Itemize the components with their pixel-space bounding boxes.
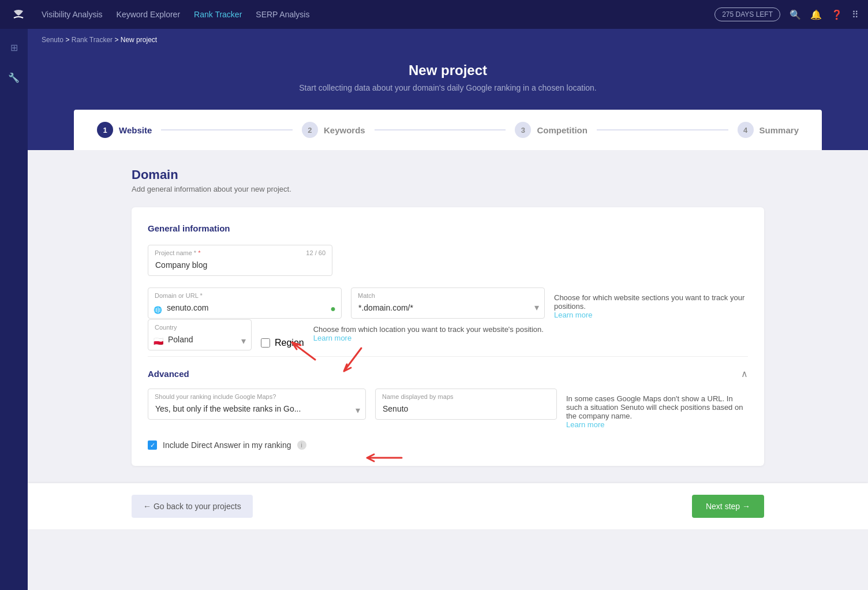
country-row: Country 🇵🇱 Poland ▾ Region [148, 319, 748, 350]
nav-keyword[interactable]: Keyword Explorer [117, 10, 181, 19]
next-step-button[interactable]: Next step → [692, 495, 764, 518]
step-line-2 [375, 129, 506, 130]
search-button[interactable]: 🔍 [790, 9, 801, 20]
step-1-label: Website [119, 125, 152, 135]
step-line-3 [597, 129, 728, 130]
step-line-1 [161, 129, 293, 130]
advanced-maps-row: Should your ranking include Google Maps?… [148, 389, 748, 429]
navbar-right: 275 DAYS LEFT 🔍 🔔 ❓ ⠿ [714, 8, 859, 21]
page-title: New project [28, 62, 868, 79]
country-section: Country 🇵🇱 Poland ▾ Region [148, 319, 748, 350]
step-1-number: 1 [97, 122, 113, 138]
domain-subtitle: Add general information about your new p… [132, 185, 764, 193]
nav-serp[interactable]: SERP Analysis [256, 10, 309, 19]
project-name-group: Project name * 12 / 60 [148, 245, 332, 276]
match-select[interactable]: *.domain.com/* domain.com *.domain.com d… [351, 287, 545, 319]
match-label: Match [358, 292, 375, 299]
breadcrumb-new-project: New project [121, 36, 157, 44]
steps-area: 1 Website 2 Keywords 3 Competition [28, 110, 868, 150]
country-group: Country 🇵🇱 Poland ▾ [148, 319, 252, 350]
region-checkbox[interactable] [261, 338, 270, 348]
logo [9, 5, 28, 24]
content-area: Domain Add general information about you… [28, 150, 868, 483]
maps-label: Should your ranking include Google Maps? [155, 393, 276, 400]
main-content: Senuto > Rank Tracker > New project New … [28, 29, 868, 590]
page-header: Senuto > Rank Tracker > New project New … [28, 29, 868, 150]
maps-name-group: Name displayed by maps [375, 389, 557, 420]
maps-hint: In some cases Google Maps don't show a U… [566, 389, 748, 429]
bottom-bar: ← Go back to your projects Next step → [28, 483, 868, 529]
step-4-label: Summary [760, 125, 799, 135]
country-arrow-icon: ▾ [241, 335, 246, 346]
breadcrumb: Senuto > Rank Tracker > New project [28, 29, 868, 51]
domain-label: Domain or URL * [155, 292, 203, 299]
page-title-section: New project Start collecting data about … [28, 51, 868, 110]
region-group: Region [261, 319, 304, 348]
back-button[interactable]: ← Go back to your projects [132, 495, 253, 518]
step-4[interactable]: 4 Summary [738, 122, 799, 138]
advanced-title: Advanced [148, 369, 189, 379]
sidebar-dashboard-icon[interactable]: ⊞ [5, 38, 23, 57]
direct-answer-info-icon[interactable]: i [297, 440, 306, 450]
days-left-badge: 275 DAYS LEFT [714, 8, 780, 21]
step-4-number: 4 [738, 122, 754, 138]
maps-group: Should your ranking include Google Maps?… [148, 389, 366, 420]
steps-bar: 1 Website 2 Keywords 3 Competition [74, 110, 822, 150]
match-hint: Choose for which website sections you wa… [554, 287, 748, 319]
domain-title: Domain [132, 167, 764, 182]
project-name-label: Project name * [155, 249, 201, 256]
general-info-title: General information [148, 223, 748, 233]
match-group: Match *.domain.com/* domain.com *.domain… [351, 287, 545, 319]
step-3-label: Competition [537, 125, 588, 135]
location-hint: Choose from which location you want to t… [313, 319, 748, 342]
domain-group: Domain or URL * 🌐 ● [148, 287, 342, 319]
advanced-content: Should your ranking include Google Maps?… [148, 389, 748, 450]
grid-button[interactable]: ⠿ [852, 9, 859, 20]
country-label: Country [155, 324, 177, 331]
domain-match-row: Domain or URL * 🌐 ● Match *.domain.com/*… [148, 287, 748, 319]
globe-icon: 🌐 [154, 306, 162, 314]
region-label: Region [275, 338, 304, 348]
direct-answer-section: Include Direct Answer in my ranking i [148, 440, 748, 450]
breadcrumb-senuto[interactable]: Senuto [42, 36, 63, 44]
direct-answer-label: Include Direct Answer in my ranking [163, 440, 291, 450]
sidebar-wrench-icon[interactable]: 🔧 [5, 68, 23, 87]
match-learn-more-link[interactable]: Learn more [554, 311, 592, 319]
nav-links: Visibility Analysis Keyword Explorer Ran… [42, 10, 701, 19]
step-1[interactable]: 1 Website [97, 122, 152, 138]
breadcrumb-rank-tracker[interactable]: Rank Tracker [72, 36, 113, 44]
location-learn-more-link[interactable]: Learn more [313, 334, 351, 342]
help-button[interactable]: ❓ [831, 9, 843, 20]
direct-answer-checkbox[interactable] [148, 440, 157, 450]
page-subtitle: Start collecting data about your domain'… [28, 83, 868, 92]
step-3-number: 3 [515, 122, 531, 138]
flag-icon: 🇵🇱 [154, 337, 163, 346]
general-info-card: General information Project name * 12 / … [132, 207, 764, 466]
advanced-header[interactable]: Advanced ∧ [148, 356, 748, 389]
maps-name-label: Name displayed by maps [382, 393, 454, 400]
step-2-number: 2 [302, 122, 318, 138]
maps-arrow-icon: ▾ [356, 405, 360, 416]
step-2-label: Keywords [324, 125, 365, 135]
step-2[interactable]: 2 Keywords [302, 122, 365, 138]
sidebar: ⊞ 🔧 [0, 29, 28, 590]
collapse-icon: ∧ [741, 368, 748, 379]
step-3[interactable]: 3 Competition [515, 122, 588, 138]
nav-visibility[interactable]: Visibility Analysis [42, 10, 103, 19]
navbar: Visibility Analysis Keyword Explorer Ran… [0, 0, 868, 29]
nav-rank[interactable]: Rank Tracker [194, 10, 242, 19]
direct-answer-row: Include Direct Answer in my ranking i [148, 440, 748, 450]
notification-button[interactable]: 🔔 [810, 9, 822, 20]
maps-learn-more-link[interactable]: Learn more [566, 420, 604, 429]
char-count: 12 / 60 [306, 249, 326, 256]
domain-valid-icon: ● [330, 304, 336, 314]
